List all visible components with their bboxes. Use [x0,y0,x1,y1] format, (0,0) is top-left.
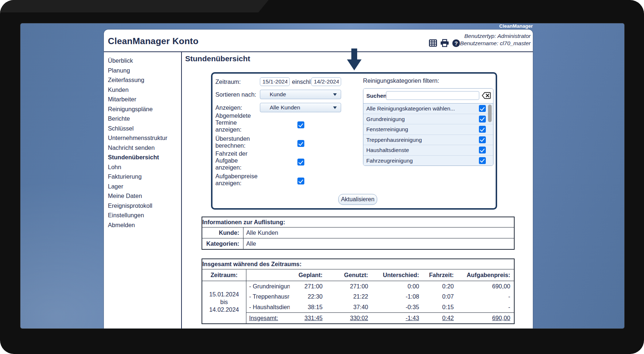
sidebar-item-schluessel[interactable]: Schlüssel [104,124,181,133]
sidebar-item-unternehmensstruktur[interactable]: Unternehmensstruktur [104,133,181,143]
cell-aufgabenpreis: - [457,302,514,312]
category-checkbox-fahrzeugreinigung[interactable] [479,157,486,164]
cell-unterschied: -1:08 [372,292,423,302]
category-checkbox-grundreinigung[interactable] [479,116,486,122]
user-name: Benutzername: cl70_master [460,40,531,47]
row-name: - Treppenhausreinig [246,292,290,302]
sidebar-item-stundenuebersicht[interactable]: Stundenübersicht [104,152,181,162]
date-to-input[interactable] [311,77,341,86]
total-geplant: 331:45 [290,312,326,324]
total-unterschied: -1:43 [372,312,423,324]
sidebar-item-meine-daten[interactable]: Meine Daten [104,191,181,201]
sidebar-item-berichte[interactable]: Berichte [104,114,181,124]
col-header-unterschied: Unterschied: [372,269,423,281]
sidebar-item-kunden[interactable]: Kunden [104,85,181,95]
cell-unterschied: -0:35 [372,302,423,312]
sidebar-item-lager[interactable]: Lager [104,182,181,191]
update-button[interactable]: Aktualisieren [338,194,377,205]
cell-fahrzeit: 0:20 [423,281,457,292]
table-header-row: Zeitraum: Geplant: Genutzt: Unterschied:… [202,269,514,281]
cell-geplant: 271:00 [290,281,326,292]
sidebar-item-nachricht-senden[interactable]: Nachricht senden [104,143,181,153]
table-row: - Haushaltsdienste 38:15 37:40 -0:35 0:1… [202,302,514,312]
checkbox-abgemeldete-termine[interactable] [297,121,304,128]
period-bis: bis [202,298,246,306]
cell-fahrzeit: 0:07 [423,292,457,302]
sidebar-item-lohn[interactable]: Lohn [104,162,181,172]
sidebar-item-fakturierung[interactable]: Fakturierung [104,172,181,182]
app-window: CleanManager Konto [104,30,533,328]
user-info: Benutzertyp: Administrator Benutzername:… [460,32,531,47]
checkbox-label-aufgabenpreise: Aufgabenpreise anzeigen: [215,173,264,187]
sidebar-item-ueberblick[interactable]: Überblick [104,56,181,66]
show-select-value: Alle Kunden [270,104,300,110]
col-header-aufgabenpreis: Aufgabenpreis: [457,269,514,281]
date-from-input[interactable] [260,77,290,86]
col-header-fahrzeit: Fahrzeit: [423,269,457,281]
category-checkbox-fensterreinigung[interactable] [479,126,486,133]
category-item-alle[interactable]: Alle Reinigungskategorien wählen... [363,104,493,114]
filter-form-panel: Zeitraum: einschl. Sortieren nach: Kunde… [211,72,497,210]
search-input[interactable] [386,91,479,100]
sidebar-item-einstellungen[interactable]: Einstellungen [104,210,181,220]
show-label: Anzeigen: [215,103,242,112]
page-title: Stundenübersicht [185,54,250,63]
info-table: Informationen zur Auflistung: Kunde: All… [202,217,515,250]
row-name: - Haushaltsdienste [246,302,290,312]
cell-geplant: 22:30 [290,292,326,302]
sort-select[interactable]: Kunde [260,90,341,99]
category-label: Fahrzeugreinigung [366,156,413,166]
category-checkbox-treppenhausreinigung[interactable] [479,136,486,143]
col-header-zeitraum: Zeitraum: [202,269,246,281]
category-item-haushaltsdienste[interactable]: Haushaltsdienste [363,145,493,156]
category-item-grundreinigung[interactable]: Grundreinigung [363,114,493,125]
sidebar-item-zeiterfassung[interactable]: Zeiterfassung [104,75,181,85]
print-icon[interactable] [440,39,449,47]
category-label: Fensterreinigung [366,124,408,135]
browser-chrome-strip [0,0,269,12]
sort-label: Sortieren nach: [215,90,256,99]
info-value: Alle [243,238,514,250]
show-select[interactable]: Alle Kunden [260,103,341,112]
sidebar-item-reinigungsplaene[interactable]: Reinigungspläne [104,104,181,114]
checkbox-aufgabenpreise[interactable] [297,178,304,184]
category-list: Alle Reinigungskategorien wählen... Grun… [363,104,493,166]
cell-geplant: 38:15 [290,302,326,312]
table-row: 15.01.2024 bis 14.02.2024 - Grundreinigu… [202,281,514,292]
table-row: - Treppenhausreinig 22:30 21:22 -1:08 0:… [202,292,514,302]
sidebar-item-ereignisprotokoll[interactable]: Ereignisprotokoll [104,201,181,211]
cell-genutzt: 21:22 [326,292,372,302]
table-view-icon[interactable] [429,39,437,47]
checkbox-ueberstunden[interactable] [297,140,304,147]
checkbox-fahrzeit[interactable] [297,159,304,166]
sidebar-item-mitarbeiter[interactable]: Mitarbeiter [104,94,181,104]
category-item-fahrzeugreinigung[interactable]: Fahrzeugreinigung [363,156,493,166]
category-label: Grundreinigung [366,114,405,124]
sidebar-item-planung[interactable]: Planung [104,66,181,75]
category-item-treppenhausreinigung[interactable]: Treppenhausreinigung [363,135,493,145]
help-icon[interactable] [452,39,460,47]
scrollbar-thumb[interactable] [488,105,492,122]
user-type: Benutzertyp: Administrator [460,32,531,40]
row-name: - Grundreinigung [246,281,290,292]
period-end: 14.02.2024 [202,306,246,314]
category-checkbox-haushaltsdienste[interactable] [479,147,486,153]
total-genutzt: 330:02 [326,312,372,324]
category-item-fensterreinigung[interactable]: Fensterreinigung [363,124,493,135]
sort-select-value: Kunde [270,91,286,97]
zeitraum-label: Zeitraum: [215,77,241,86]
sidebar-item-abmelden[interactable]: Abmelden [104,220,181,230]
category-label: Treppenhausreinigung [366,135,422,145]
col-header-empty [246,269,290,281]
info-label: Kunde: [202,227,243,238]
window-title: CleanManager Konto [108,36,199,46]
category-checkbox-alle[interactable] [479,105,486,112]
col-header-geplant: Geplant: [290,269,326,281]
sidebar: Überblick Planung Zeiterfassung Kunden M… [104,52,182,328]
period-start: 15.01.2024 [202,291,246,298]
info-table-title: Informationen zur Auflistung: [202,217,514,227]
category-filter-box: Suchen: Alle Reinigungskategorien wählen… [363,88,493,166]
clear-search-icon[interactable] [482,92,491,99]
info-label: Kategorien: [202,238,243,250]
total-label: Insgesamt: [246,312,290,324]
